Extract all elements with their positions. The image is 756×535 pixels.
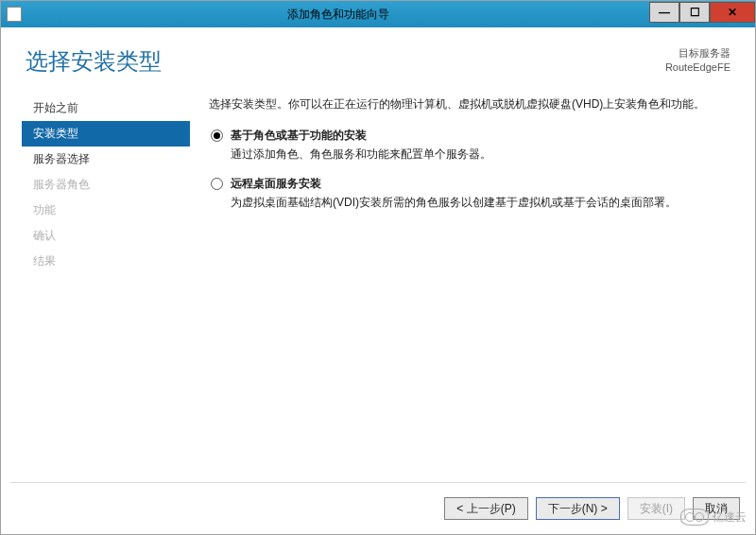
app-icon: [7, 7, 22, 22]
prev-button[interactable]: < 上一步(P): [444, 497, 527, 520]
option-title: 远程桌面服务安装: [231, 176, 321, 192]
sidebar-item-server-roles: 服务器角色: [22, 172, 190, 198]
option-head[interactable]: 远程桌面服务安装: [211, 176, 727, 192]
intro-text: 选择安装类型。你可以在正在运行的物理计算机、虚拟机或脱机虚拟硬盘(VHD)上安装…: [209, 95, 727, 112]
sidebar: 开始之前 安装类型 服务器选择 服务器角色 功能 确认 结果: [1, 95, 190, 482]
sidebar-item-confirm: 确认: [22, 223, 190, 249]
header-row: 选择安装类型 目标服务器 RouteEdgeFE: [1, 27, 755, 77]
option-desc: 为虚拟桌面基础结构(VDI)安装所需的角色服务以创建基于虚拟机或基于会话的桌面部…: [231, 194, 727, 211]
sidebar-item-results: 结果: [22, 249, 190, 274]
content-area: 选择安装类型 目标服务器 RouteEdgeFE 开始之前 安装类型 服务器选择…: [1, 27, 755, 534]
window-controls: — ☐ ✕: [649, 6, 755, 23]
option-role-based[interactable]: 基于角色或基于功能的安装 通过添加角色、角色服务和功能来配置单个服务器。: [209, 128, 727, 163]
sidebar-item-features: 功能: [22, 198, 190, 223]
titlebar[interactable]: 添加角色和功能向导 — ☐ ✕: [1, 1, 755, 27]
window-title: 添加角色和功能向导: [27, 7, 649, 23]
cancel-button[interactable]: 取消: [693, 497, 740, 520]
target-info: 目标服务器 RouteEdgeFE: [665, 46, 730, 76]
radio-role-based[interactable]: [211, 129, 223, 142]
body-row: 开始之前 安装类型 服务器选择 服务器角色 功能 确认 结果 选择安装类型。你可…: [1, 77, 755, 482]
minimize-button[interactable]: —: [649, 2, 679, 23]
radio-rds[interactable]: [211, 178, 223, 190]
sidebar-item-before-begin[interactable]: 开始之前: [22, 95, 190, 121]
maximize-button[interactable]: ☐: [679, 2, 710, 23]
sidebar-item-server-select[interactable]: 服务器选择: [22, 147, 190, 172]
close-button[interactable]: ✕: [710, 2, 755, 23]
target-server: RouteEdgeFE: [665, 60, 730, 75]
install-button: 安装(I): [627, 497, 685, 520]
option-title: 基于角色或基于功能的安装: [231, 128, 367, 144]
option-rds[interactable]: 远程桌面服务安装 为虚拟桌面基础结构(VDI)安装所需的角色服务以创建基于虚拟机…: [209, 176, 727, 211]
option-desc: 通过添加角色、角色服务和功能来配置单个服务器。: [231, 146, 727, 163]
footer: < 上一步(P) 下一步(N) > 安装(I) 取消: [1, 483, 755, 534]
page-title: 选择安装类型: [26, 46, 665, 77]
next-button[interactable]: 下一步(N) >: [536, 497, 620, 520]
target-label: 目标服务器: [665, 46, 730, 60]
option-head[interactable]: 基于角色或基于功能的安装: [211, 128, 727, 144]
wizard-window: 添加角色和功能向导 — ☐ ✕ 选择安装类型 目标服务器 RouteEdgeFE…: [0, 0, 756, 535]
main-panel: 选择安装类型。你可以在正在运行的物理计算机、虚拟机或脱机虚拟硬盘(VHD)上安装…: [190, 95, 755, 482]
sidebar-item-install-type[interactable]: 安装类型: [22, 121, 190, 147]
